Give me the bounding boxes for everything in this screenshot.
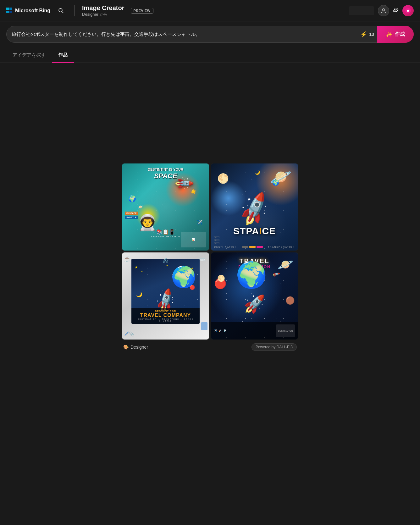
img4-shuttle: 🚀 (244, 294, 265, 314)
reward-icon[interactable] (402, 5, 414, 16)
img2-dates: □□□□□□□□□□□□ (214, 236, 219, 245)
bing-logo: Microsoft Bing (6, 8, 50, 14)
img1-globe: 🌍 (128, 195, 136, 202)
img2-planet2: 🌕 (217, 173, 229, 184)
create-icon: ✨ (386, 31, 392, 37)
img3-mug: ☕ (124, 256, 130, 262)
search-input[interactable] (12, 32, 357, 37)
svg-rect-1 (9, 8, 12, 10)
designer-label: 🎨 Designer (123, 345, 148, 350)
img4-earth: 🌍 (236, 260, 267, 290)
img4-planet-right: 🟤 (285, 296, 295, 305)
create-button[interactable]: ✨ 作成 (377, 26, 414, 43)
svg-rect-0 (6, 8, 9, 10)
svg-line-5 (62, 11, 64, 13)
img1-astronaut: 👨‍🚀 (138, 213, 157, 232)
designer-text: Designer (130, 345, 148, 350)
gallery-item-4[interactable]: TRAVEL DESTINATION 🌍 🪐 🔴 🟤 🌕 🚀 ✈️ 🚀 📡 (211, 252, 298, 340)
coin-count: 42 (393, 8, 399, 14)
svg-point-6 (383, 8, 385, 11)
create-label: 作成 (395, 31, 405, 38)
header-title-block: Image Creator Designer から (82, 4, 124, 17)
img1-text-block: IN SPACE SHUTTLE (125, 212, 138, 219)
img4-saturn: 🪐 (278, 257, 293, 272)
img3-folder (201, 322, 207, 330)
svg-rect-2 (6, 11, 9, 13)
img3-star2: ★ (141, 270, 143, 273)
powered-badge: Powered by DALL·E 3 (251, 343, 297, 351)
preview-badge: PREVIEW (131, 8, 153, 14)
loading-area (0, 63, 420, 163)
svg-rect-3 (9, 11, 12, 13)
boost-count: 13 (369, 32, 374, 37)
img1-sun: ☀️ (190, 189, 196, 195)
img3-mars: 🔴 (190, 285, 195, 290)
user-icon-button[interactable] (378, 5, 389, 16)
tabs-nav: アイデアを探す 作品 (0, 47, 420, 63)
img3-clip: 🖇️ (163, 258, 168, 263)
tab-explore[interactable]: アイデアを探す (6, 48, 52, 63)
img2-moon: 🌙 (255, 170, 260, 175)
gallery-item-2[interactable]: 🪐 🌕 🌍 🌙 🚀 STPAICE DESTIINATION TRANSPO (211, 163, 298, 251)
img3-poster: 🌍 ★ ★ ★ ★ 🌙 🔴 🚀 DESTIINT FOR TRAVEL COMP… (131, 259, 200, 324)
app-subtitle: Designer から (82, 12, 124, 17)
img2-bottom-bar: DESTIINATION TRANSPORATION (214, 246, 295, 248)
img1-planet: 🪐 (138, 204, 143, 209)
designer-icon: 🎨 (123, 345, 129, 350)
img4-moon: 🌕 (217, 274, 225, 282)
img3-moon: 🌙 (136, 291, 142, 297)
bing-grid-icon (6, 8, 13, 14)
bing-logo-text: Microsoft Bing (15, 8, 50, 14)
header-divider (74, 5, 75, 16)
img1-label: DESTINTINT IS YOUR SPACE (122, 167, 209, 181)
boost-icon: ⚡ (360, 31, 367, 38)
gallery-footer: 🎨 Designer Powered by DALL·E 3 (122, 343, 298, 351)
search-bar: ⚡ 13 ✨ 作成 (6, 26, 414, 43)
gallery-grid: DESTINTINT IS YOUR SPACE — TRANSPORATION… (122, 163, 298, 340)
gallery-item-3[interactable]: ⌨️ ☕ 🖊️📎 🌍 ★ ★ ★ ★ 🌙 🔴 🚀 (122, 252, 209, 340)
img2-title: STPAICE (211, 226, 298, 236)
img3-star1: ★ (135, 265, 138, 269)
img1-airplane: ✈️ (196, 219, 203, 225)
search-button[interactable] (55, 5, 67, 16)
img3-star3: ★ (166, 263, 169, 267)
gallery-section: DESTINTINT IS YOUR SPACE — TRANSPORATION… (0, 163, 420, 357)
img1-chart: 📊 (181, 232, 206, 247)
header-bar (349, 6, 374, 15)
header: Microsoft Bing Image Creator Designer から… (0, 0, 420, 21)
img3-poster-text: DESTIINT FOR TRAVEL COMPANY DESTINATION … (131, 308, 200, 324)
app-title: Image Creator (82, 4, 124, 12)
img4-info-box: DESTINATION (276, 324, 295, 337)
img4-bottom-panel: ✈️ 🚀 📡 DESTINATION (211, 322, 298, 340)
boost-area: ⚡ 13 (360, 31, 374, 38)
header-right: 42 (349, 5, 414, 16)
tab-works[interactable]: 作品 (52, 48, 74, 63)
img3-star4: ★ (191, 267, 193, 270)
gallery-item-1[interactable]: DESTINTINT IS YOUR SPACE — TRANSPORATION… (122, 163, 209, 251)
search-area: ⚡ 13 ✨ 作成 (0, 21, 420, 47)
img1-books: 📚📋📱 (156, 229, 175, 235)
img3-pen: 🖊️📎 (124, 331, 134, 336)
